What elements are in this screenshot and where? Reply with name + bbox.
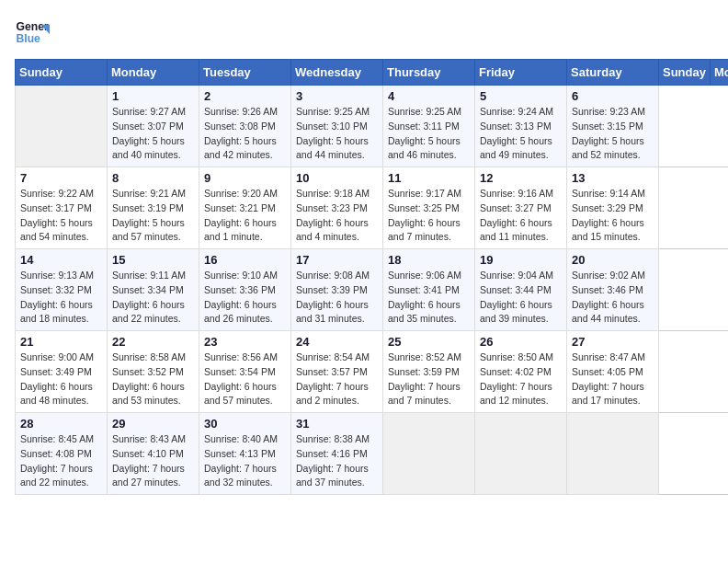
calendar-cell: 26Sunrise: 8:50 AMSunset: 4:02 PMDayligh… xyxy=(475,331,567,413)
column-header-sunday: Sunday xyxy=(16,60,108,86)
day-number: 17 xyxy=(296,253,378,267)
day-number: 10 xyxy=(296,171,378,185)
day-number: 14 xyxy=(20,253,102,267)
day-number: 13 xyxy=(572,171,654,185)
day-info: Sunrise: 8:38 AMSunset: 4:16 PMDaylight:… xyxy=(296,432,378,490)
column-header-friday: Friday xyxy=(475,60,567,86)
day-info: Sunrise: 8:45 AMSunset: 4:08 PMDaylight:… xyxy=(20,432,102,490)
calendar-cell: 17Sunrise: 9:08 AMSunset: 3:39 PMDayligh… xyxy=(291,249,383,331)
logo: General Blue xyxy=(15,15,50,50)
day-info: Sunrise: 8:56 AMSunset: 3:54 PMDaylight:… xyxy=(204,350,286,408)
day-info: Sunrise: 9:23 AMSunset: 3:15 PMDaylight:… xyxy=(572,105,654,163)
day-info: Sunrise: 8:43 AMSunset: 4:10 PMDaylight:… xyxy=(112,432,194,490)
calendar-cell: 25Sunrise: 8:52 AMSunset: 3:59 PMDayligh… xyxy=(383,331,475,413)
calendar-week-row: 14Sunrise: 9:13 AMSunset: 3:32 PMDayligh… xyxy=(16,249,729,331)
column-header-sunday: Sunday xyxy=(659,60,711,86)
calendar-cell: 21Sunrise: 9:00 AMSunset: 3:49 PMDayligh… xyxy=(16,331,108,413)
day-number: 25 xyxy=(388,335,470,349)
day-info: Sunrise: 9:24 AMSunset: 3:13 PMDaylight:… xyxy=(480,105,562,163)
calendar-cell: 12Sunrise: 9:16 AMSunset: 3:27 PMDayligh… xyxy=(475,167,567,249)
calendar-table: SundayMondayTuesdayWednesdayThursdayFrid… xyxy=(15,59,728,495)
logo-icon: General Blue xyxy=(15,15,50,50)
day-number: 27 xyxy=(572,335,654,349)
column-header-saturday: Saturday xyxy=(567,60,659,86)
calendar-cell: 1Sunrise: 9:27 AMSunset: 3:07 PMDaylight… xyxy=(108,86,199,167)
column-header-monday: Monday xyxy=(108,60,199,86)
calendar-cell: 15Sunrise: 9:11 AMSunset: 3:34 PMDayligh… xyxy=(108,249,199,331)
calendar-cell: 14Sunrise: 9:13 AMSunset: 3:32 PMDayligh… xyxy=(16,249,108,331)
day-info: Sunrise: 9:16 AMSunset: 3:27 PMDaylight:… xyxy=(480,187,562,245)
day-number: 3 xyxy=(296,89,378,103)
calendar-cell: 24Sunrise: 8:54 AMSunset: 3:57 PMDayligh… xyxy=(291,331,383,413)
calendar-cell: 13Sunrise: 9:14 AMSunset: 3:29 PMDayligh… xyxy=(567,167,659,249)
day-info: Sunrise: 8:47 AMSunset: 4:05 PMDaylight:… xyxy=(572,350,654,408)
calendar-cell: 4Sunrise: 9:25 AMSunset: 3:11 PMDaylight… xyxy=(383,86,475,167)
calendar-week-row: 21Sunrise: 9:00 AMSunset: 3:49 PMDayligh… xyxy=(16,331,729,413)
day-info: Sunrise: 9:17 AMSunset: 3:25 PMDaylight:… xyxy=(388,187,470,245)
day-info: Sunrise: 9:11 AMSunset: 3:34 PMDaylight:… xyxy=(112,269,194,327)
day-info: Sunrise: 9:02 AMSunset: 3:46 PMDaylight:… xyxy=(572,269,654,327)
calendar-week-row: 28Sunrise: 8:45 AMSunset: 4:08 PMDayligh… xyxy=(16,413,729,495)
calendar-cell: 27Sunrise: 8:47 AMSunset: 4:05 PMDayligh… xyxy=(567,331,659,413)
calendar-cell: 23Sunrise: 8:56 AMSunset: 3:54 PMDayligh… xyxy=(199,331,291,413)
day-info: Sunrise: 9:14 AMSunset: 3:29 PMDaylight:… xyxy=(572,187,654,245)
day-number: 30 xyxy=(204,417,286,431)
day-info: Sunrise: 9:27 AMSunset: 3:07 PMDaylight:… xyxy=(112,105,194,163)
svg-text:Blue: Blue xyxy=(17,32,41,45)
column-header-tuesday: Tuesday xyxy=(199,60,291,86)
calendar-cell: 16Sunrise: 9:10 AMSunset: 3:36 PMDayligh… xyxy=(199,249,291,331)
day-number: 29 xyxy=(112,417,194,431)
calendar-cell: 31Sunrise: 8:38 AMSunset: 4:16 PMDayligh… xyxy=(291,413,383,495)
calendar-cell: 6Sunrise: 9:23 AMSunset: 3:15 PMDaylight… xyxy=(567,86,659,167)
day-info: Sunrise: 8:58 AMSunset: 3:52 PMDaylight:… xyxy=(112,350,194,408)
calendar-cell: 20Sunrise: 9:02 AMSunset: 3:46 PMDayligh… xyxy=(567,249,659,331)
day-info: Sunrise: 9:00 AMSunset: 3:49 PMDaylight:… xyxy=(20,350,102,408)
calendar-cell: 22Sunrise: 8:58 AMSunset: 3:52 PMDayligh… xyxy=(108,331,199,413)
page-header: General Blue xyxy=(15,15,713,50)
day-info: Sunrise: 8:50 AMSunset: 4:02 PMDaylight:… xyxy=(480,350,562,408)
calendar-cell: 30Sunrise: 8:40 AMSunset: 4:13 PMDayligh… xyxy=(199,413,291,495)
calendar-week-row: 1Sunrise: 9:27 AMSunset: 3:07 PMDaylight… xyxy=(16,86,729,167)
column-header-monday: Monday xyxy=(710,60,728,86)
day-info: Sunrise: 9:26 AMSunset: 3:08 PMDaylight:… xyxy=(204,105,286,163)
day-info: Sunrise: 9:13 AMSunset: 3:32 PMDaylight:… xyxy=(20,269,102,327)
calendar-cell xyxy=(567,413,659,495)
day-info: Sunrise: 8:40 AMSunset: 4:13 PMDaylight:… xyxy=(204,432,286,490)
day-number: 12 xyxy=(480,171,562,185)
calendar-cell: 11Sunrise: 9:17 AMSunset: 3:25 PMDayligh… xyxy=(383,167,475,249)
day-info: Sunrise: 9:21 AMSunset: 3:19 PMDaylight:… xyxy=(112,187,194,245)
day-number: 1 xyxy=(112,89,194,103)
day-number: 19 xyxy=(480,253,562,267)
calendar-week-row: 7Sunrise: 9:22 AMSunset: 3:17 PMDaylight… xyxy=(16,167,729,249)
day-info: Sunrise: 9:25 AMSunset: 3:10 PMDaylight:… xyxy=(296,105,378,163)
calendar-cell: 8Sunrise: 9:21 AMSunset: 3:19 PMDaylight… xyxy=(108,167,199,249)
calendar-cell: 29Sunrise: 8:43 AMSunset: 4:10 PMDayligh… xyxy=(108,413,199,495)
day-number: 4 xyxy=(388,89,470,103)
day-number: 16 xyxy=(204,253,286,267)
calendar-cell: 3Sunrise: 9:25 AMSunset: 3:10 PMDaylight… xyxy=(291,86,383,167)
calendar-cell: 18Sunrise: 9:06 AMSunset: 3:41 PMDayligh… xyxy=(383,249,475,331)
day-number: 7 xyxy=(20,171,102,185)
column-header-wednesday: Wednesday xyxy=(291,60,383,86)
day-number: 8 xyxy=(112,171,194,185)
calendar-cell: 5Sunrise: 9:24 AMSunset: 3:13 PMDaylight… xyxy=(475,86,567,167)
day-number: 5 xyxy=(480,89,562,103)
day-info: Sunrise: 9:20 AMSunset: 3:21 PMDaylight:… xyxy=(204,187,286,245)
calendar-cell: 2Sunrise: 9:26 AMSunset: 3:08 PMDaylight… xyxy=(199,86,291,167)
day-info: Sunrise: 8:54 AMSunset: 3:57 PMDaylight:… xyxy=(296,350,378,408)
day-info: Sunrise: 9:25 AMSunset: 3:11 PMDaylight:… xyxy=(388,105,470,163)
day-info: Sunrise: 9:22 AMSunset: 3:17 PMDaylight:… xyxy=(20,187,102,245)
calendar-cell: 9Sunrise: 9:20 AMSunset: 3:21 PMDaylight… xyxy=(199,167,291,249)
calendar-header-row: SundayMondayTuesdayWednesdayThursdayFrid… xyxy=(16,60,729,86)
day-number: 31 xyxy=(296,417,378,431)
calendar-cell: 7Sunrise: 9:22 AMSunset: 3:17 PMDaylight… xyxy=(16,167,108,249)
day-info: Sunrise: 9:18 AMSunset: 3:23 PMDaylight:… xyxy=(296,187,378,245)
calendar-cell: 19Sunrise: 9:04 AMSunset: 3:44 PMDayligh… xyxy=(475,249,567,331)
day-info: Sunrise: 8:52 AMSunset: 3:59 PMDaylight:… xyxy=(388,350,470,408)
calendar-cell: 10Sunrise: 9:18 AMSunset: 3:23 PMDayligh… xyxy=(291,167,383,249)
day-info: Sunrise: 9:06 AMSunset: 3:41 PMDaylight:… xyxy=(388,269,470,327)
day-number: 24 xyxy=(296,335,378,349)
column-header-thursday: Thursday xyxy=(383,60,475,86)
day-number: 11 xyxy=(388,171,470,185)
day-info: Sunrise: 9:08 AMSunset: 3:39 PMDaylight:… xyxy=(296,269,378,327)
